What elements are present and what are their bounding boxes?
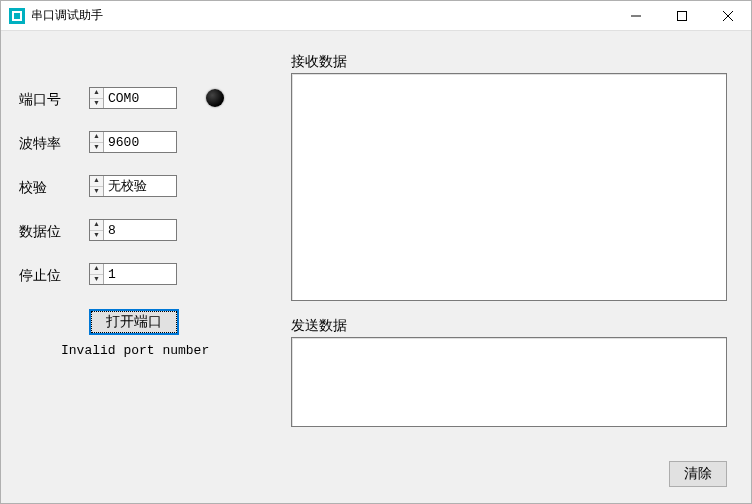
parity-spin-arrows[interactable]: ▲ ▼ xyxy=(90,176,104,196)
send-textarea[interactable] xyxy=(291,337,727,427)
label-rx: 接收数据 xyxy=(291,53,347,71)
label-baud: 波特率 xyxy=(19,135,61,153)
chevron-down-icon[interactable]: ▼ xyxy=(90,231,103,241)
chevron-down-icon[interactable]: ▼ xyxy=(90,187,103,197)
titlebar: 串口调试助手 xyxy=(1,1,751,31)
chevron-up-icon[interactable]: ▲ xyxy=(90,264,103,275)
stopbits-input[interactable] xyxy=(104,264,176,284)
label-parity: 校验 xyxy=(19,179,47,197)
label-tx: 发送数据 xyxy=(291,317,347,335)
port-spin-arrows[interactable]: ▲ ▼ xyxy=(90,88,104,108)
chevron-up-icon[interactable]: ▲ xyxy=(90,88,103,99)
port-spinbox[interactable]: ▲ ▼ xyxy=(89,87,177,109)
port-status-led xyxy=(206,89,224,107)
databits-spinbox[interactable]: ▲ ▼ xyxy=(89,219,177,241)
stopbits-spinbox[interactable]: ▲ ▼ xyxy=(89,263,177,285)
parity-spinbox[interactable]: ▲ ▼ xyxy=(89,175,177,197)
databits-input[interactable] xyxy=(104,220,176,240)
client-area: 端口号 波特率 校验 数据位 停止位 ▲ ▼ ▲ ▼ ▲ ▼ xyxy=(1,31,751,503)
chevron-up-icon[interactable]: ▲ xyxy=(90,176,103,187)
svg-rect-4 xyxy=(678,11,687,20)
svg-rect-2 xyxy=(14,13,20,19)
window-title: 串口调试助手 xyxy=(31,7,103,24)
open-port-button[interactable]: 打开端口 xyxy=(89,309,179,335)
chevron-down-icon[interactable]: ▼ xyxy=(90,99,103,109)
open-port-label: 打开端口 xyxy=(106,313,162,331)
chevron-down-icon[interactable]: ▼ xyxy=(90,275,103,285)
label-stopbits: 停止位 xyxy=(19,267,61,285)
parity-input[interactable] xyxy=(104,176,176,196)
chevron-up-icon[interactable]: ▲ xyxy=(90,220,103,231)
baud-spinbox[interactable]: ▲ ▼ xyxy=(89,131,177,153)
app-window: 串口调试助手 端口号 波特率 校验 数据位 停止位 ▲ ▼ ▲ xyxy=(0,0,752,504)
status-message: Invalid port number xyxy=(61,343,209,358)
clear-button[interactable]: 清除 xyxy=(669,461,727,487)
label-databits: 数据位 xyxy=(19,223,61,241)
clear-label: 清除 xyxy=(684,465,712,483)
receive-textarea[interactable] xyxy=(291,73,727,301)
chevron-down-icon[interactable]: ▼ xyxy=(90,143,103,153)
label-port: 端口号 xyxy=(19,91,61,109)
close-button[interactable] xyxy=(705,1,751,31)
baud-spin-arrows[interactable]: ▲ ▼ xyxy=(90,132,104,152)
maximize-button[interactable] xyxy=(659,1,705,31)
baud-input[interactable] xyxy=(104,132,176,152)
minimize-button[interactable] xyxy=(613,1,659,31)
stopbits-spin-arrows[interactable]: ▲ ▼ xyxy=(90,264,104,284)
databits-spin-arrows[interactable]: ▲ ▼ xyxy=(90,220,104,240)
chevron-up-icon[interactable]: ▲ xyxy=(90,132,103,143)
app-icon xyxy=(9,8,25,24)
port-input[interactable] xyxy=(104,88,176,108)
